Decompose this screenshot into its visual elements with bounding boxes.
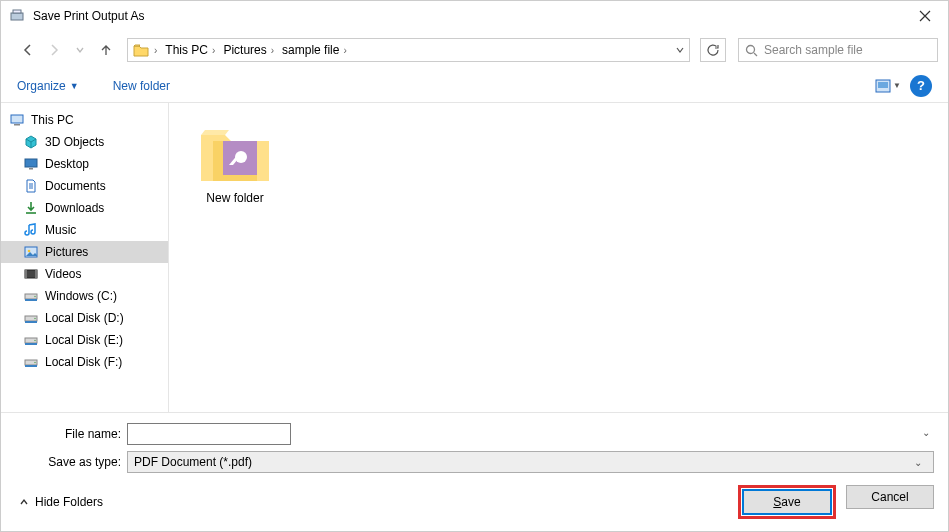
tree-item[interactable]: Local Disk (E:) xyxy=(1,329,168,351)
save-button[interactable]: Save xyxy=(743,490,831,514)
chevron-down-icon[interactable]: ⌄ xyxy=(922,427,930,438)
svg-point-2 xyxy=(747,45,755,53)
new-folder-button[interactable]: New folder xyxy=(113,79,170,93)
up-button[interactable] xyxy=(95,39,117,61)
help-button[interactable]: ? xyxy=(910,75,932,97)
tree-label: 3D Objects xyxy=(45,135,104,149)
title-bar: Save Print Output As xyxy=(1,1,948,31)
organize-menu[interactable]: Organize ▼ xyxy=(17,79,79,93)
doc-icon xyxy=(23,178,39,194)
refresh-button[interactable] xyxy=(700,38,726,62)
desktop-icon xyxy=(23,156,39,172)
tree-label: Downloads xyxy=(45,201,104,215)
svg-point-18 xyxy=(34,318,36,320)
folder-tree[interactable]: This PC3D ObjectsDesktopDocumentsDownloa… xyxy=(1,103,169,412)
breadcrumb-item[interactable]: Pictures xyxy=(217,39,268,61)
tree-label: Windows (C:) xyxy=(45,289,117,303)
save-highlight: Save xyxy=(738,485,836,519)
tree-item[interactable]: Pictures xyxy=(1,241,168,263)
search-box[interactable] xyxy=(738,38,938,62)
svg-rect-0 xyxy=(11,13,23,20)
chevron-right-icon[interactable]: › xyxy=(269,45,276,56)
app-icon xyxy=(9,8,25,24)
tree-label: Documents xyxy=(45,179,106,193)
tree-item[interactable]: Videos xyxy=(1,263,168,285)
breadcrumb-bar[interactable]: › This PC › Pictures › sample file › xyxy=(127,38,690,62)
command-bar: Organize ▼ New folder ▼ ? xyxy=(1,69,948,103)
tree-label: Videos xyxy=(45,267,81,281)
music-icon xyxy=(23,222,39,238)
recent-dropdown[interactable] xyxy=(69,39,91,61)
tree-item[interactable]: Music xyxy=(1,219,168,241)
tree-label: Music xyxy=(45,223,76,237)
drive-icon xyxy=(23,288,39,304)
drive-icon xyxy=(23,310,39,326)
drive-icon xyxy=(23,332,39,348)
window-title: Save Print Output As xyxy=(33,9,902,23)
tree-label: Local Disk (D:) xyxy=(45,311,124,325)
svg-rect-7 xyxy=(25,159,37,167)
chevron-down-icon: ▼ xyxy=(70,81,79,91)
chevron-up-icon xyxy=(19,497,29,507)
tree-label: This PC xyxy=(31,113,74,127)
savetype-label: Save as type: xyxy=(15,455,127,469)
view-options-button[interactable]: ▼ xyxy=(872,75,904,97)
tree-item[interactable]: Documents xyxy=(1,175,168,197)
tree-label: Local Disk (F:) xyxy=(45,355,122,369)
content-pane[interactable]: New folder xyxy=(169,103,948,412)
chevron-right-icon[interactable]: › xyxy=(210,45,217,56)
svg-rect-16 xyxy=(25,299,37,301)
picture-icon xyxy=(23,244,39,260)
breadcrumb-item[interactable]: sample file xyxy=(276,39,341,61)
hide-folders-label: Hide Folders xyxy=(35,495,103,509)
back-button[interactable] xyxy=(17,39,39,61)
main-area: This PC3D ObjectsDesktopDocumentsDownloa… xyxy=(1,103,948,412)
tree-item[interactable]: Desktop xyxy=(1,153,168,175)
search-input[interactable] xyxy=(764,43,931,57)
search-icon xyxy=(745,44,758,57)
savetype-value: PDF Document (*.pdf) xyxy=(134,455,252,469)
folder-item-label: New folder xyxy=(206,191,263,205)
svg-rect-5 xyxy=(11,115,23,123)
svg-point-15 xyxy=(34,296,36,298)
svg-rect-6 xyxy=(14,124,20,126)
hide-folders-toggle[interactable]: Hide Folders xyxy=(15,495,103,509)
cancel-button[interactable]: Cancel xyxy=(846,485,934,509)
tree-item[interactable]: Local Disk (D:) xyxy=(1,307,168,329)
folder-large-icon xyxy=(195,117,275,187)
chevron-down-icon: ⌄ xyxy=(909,457,927,468)
download-icon xyxy=(23,200,39,216)
tree-item[interactable]: Windows (C:) xyxy=(1,285,168,307)
cube-icon xyxy=(23,134,39,150)
svg-rect-19 xyxy=(25,321,37,323)
pc-icon xyxy=(9,112,25,128)
svg-point-10 xyxy=(28,250,31,253)
chevron-right-icon[interactable]: › xyxy=(152,45,159,56)
folder-item[interactable]: New folder xyxy=(187,117,283,205)
forward-button[interactable] xyxy=(43,39,65,61)
tree-label: Desktop xyxy=(45,157,89,171)
tree-root-this-pc[interactable]: This PC xyxy=(1,109,168,131)
tree-item[interactable]: 3D Objects xyxy=(1,131,168,153)
svg-point-24 xyxy=(34,362,36,364)
tree-item[interactable]: Downloads xyxy=(1,197,168,219)
svg-rect-8 xyxy=(29,168,33,170)
svg-rect-22 xyxy=(25,343,37,345)
breadcrumb-item[interactable]: This PC xyxy=(159,39,210,61)
svg-rect-4 xyxy=(878,82,888,88)
filename-label: File name: xyxy=(15,427,127,441)
svg-rect-25 xyxy=(25,365,37,367)
chevron-right-icon[interactable]: › xyxy=(341,45,348,56)
tree-label: Local Disk (E:) xyxy=(45,333,123,347)
folder-icon xyxy=(130,39,152,61)
savetype-dropdown[interactable]: PDF Document (*.pdf) ⌄ xyxy=(127,451,934,473)
close-button[interactable] xyxy=(902,1,948,31)
bottom-panel: File name: ⌄ Save as type: PDF Document … xyxy=(1,412,948,531)
svg-rect-1 xyxy=(13,10,21,13)
video-icon xyxy=(23,266,39,282)
tree-label: Pictures xyxy=(45,245,88,259)
tree-item[interactable]: Local Disk (F:) xyxy=(1,351,168,373)
drive-icon xyxy=(23,354,39,370)
filename-input[interactable] xyxy=(127,423,291,445)
breadcrumb-dropdown[interactable] xyxy=(669,39,689,61)
